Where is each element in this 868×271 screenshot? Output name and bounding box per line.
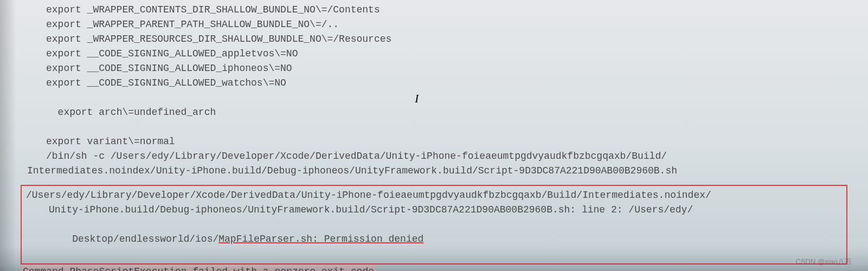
log-text: export arch\=undefined_arch xyxy=(58,107,216,118)
log-line: export __CODE_SIGNING_ALLOWED_appletvos\… xyxy=(0,47,868,61)
log-line: export _WRAPPER_RESOURCES_DIR_SHALLOW_BU… xyxy=(0,32,868,47)
text-cursor-icon: I xyxy=(415,89,419,107)
log-line: export _WRAPPER_CONTENTS_DIR_SHALLOW_BUN… xyxy=(0,3,868,17)
log-line: export _WRAPPER_PARENT_PATH_SHALLOW_BUND… xyxy=(0,17,868,32)
watermark: CSDN @xiao八百 xyxy=(796,256,852,267)
log-line: export variant\=normal xyxy=(0,134,868,149)
error-permission-denied: MapFileParser.sh: Permission denied xyxy=(218,234,423,244)
error-line-continuation: Unity-iPhone.build/Debug-iphoneos/UnityF… xyxy=(22,203,846,217)
log-line-continuation: Intermediates.noindex/Unity-iPhone.build… xyxy=(0,164,868,178)
log-line: export __CODE_SIGNING_ALLOWED_watchos\=N… xyxy=(0,76,868,91)
error-line: /Users/edy/Library/Developer/Xcode/Deriv… xyxy=(22,188,846,203)
log-line: export __CODE_SIGNING_ALLOWED_iphoneos\=… xyxy=(0,61,868,76)
log-line: export arch\=undefined_arch I xyxy=(0,91,868,134)
error-path: Desktop/endlessworld/ios/ xyxy=(72,234,218,244)
log-line: /bin/sh -c /Users/edy/Library/Developer/… xyxy=(0,149,868,164)
